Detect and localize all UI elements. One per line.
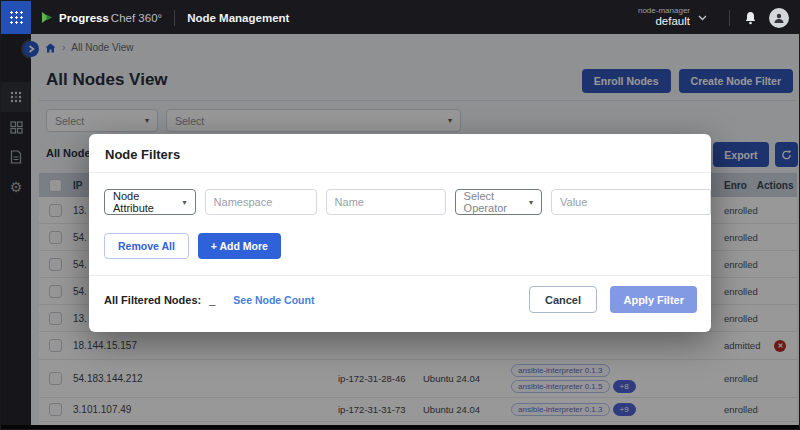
app-launcher-button[interactable] bbox=[1, 1, 31, 34]
org-value: default bbox=[655, 15, 690, 28]
value-input[interactable] bbox=[551, 189, 711, 215]
operator-select[interactable]: Select Operator ▾ bbox=[455, 189, 542, 215]
filtered-nodes-value: _ bbox=[209, 294, 215, 306]
screenshot-bottom-border bbox=[1, 425, 800, 430]
topbar-divider bbox=[729, 10, 730, 26]
org-label: node-manager bbox=[638, 6, 690, 15]
cancel-button[interactable]: Cancel bbox=[529, 286, 597, 313]
brand-logo: Progress Chef 360° bbox=[41, 11, 162, 24]
caret-down-icon: ▾ bbox=[529, 198, 533, 207]
filtered-nodes-label: All Filtered Nodes: bbox=[104, 294, 201, 306]
node-attribute-select[interactable]: Node Attribute ▾ bbox=[104, 189, 196, 215]
operator-value: Select Operator bbox=[464, 190, 529, 214]
brand-product: Progress bbox=[59, 12, 109, 24]
caret-down-icon: ▾ bbox=[183, 198, 187, 207]
app-title: Node Management bbox=[187, 12, 289, 24]
filter-criteria-row: Node Attribute ▾ Select Operator ▾ bbox=[104, 189, 711, 215]
topbar-divider bbox=[174, 10, 175, 26]
org-selector[interactable]: node-manager default bbox=[638, 6, 690, 28]
brand-suite: Chef 360° bbox=[111, 12, 162, 24]
namespace-input[interactable] bbox=[205, 189, 317, 215]
node-attribute-value: Node Attribute bbox=[113, 190, 183, 214]
user-avatar[interactable] bbox=[769, 8, 800, 28]
modal-title: Node Filters bbox=[105, 147, 180, 162]
see-node-count-link[interactable]: See Node Count bbox=[233, 294, 314, 306]
add-more-button[interactable]: + Add More bbox=[198, 233, 281, 259]
name-input[interactable] bbox=[326, 189, 446, 215]
progress-chevron-icon bbox=[41, 11, 54, 24]
remove-all-button[interactable]: Remove All bbox=[104, 233, 189, 259]
app-window: Progress Chef 360° Node Management node-… bbox=[0, 0, 800, 430]
top-bar: Progress Chef 360° Node Management node-… bbox=[1, 1, 800, 34]
node-filters-modal: Node Filters Node Attribute ▾ Select Ope… bbox=[89, 134, 711, 332]
user-avatar-icon bbox=[769, 8, 789, 28]
apply-filter-button[interactable]: Apply Filter bbox=[610, 286, 697, 313]
bell-icon[interactable] bbox=[744, 11, 757, 25]
modal-header: Node Filters bbox=[89, 134, 711, 173]
chevron-down-icon[interactable] bbox=[698, 15, 707, 21]
waffle-icon bbox=[9, 10, 24, 25]
